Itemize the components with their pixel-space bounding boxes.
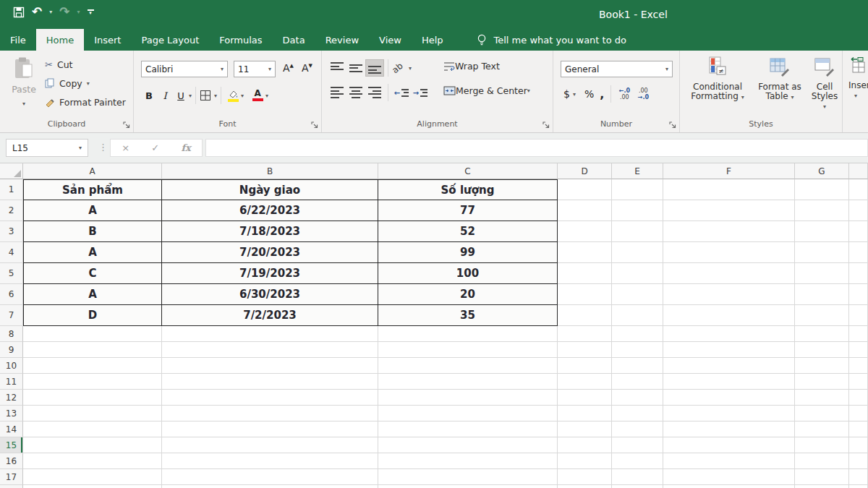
cell-F9[interactable] [663, 342, 795, 358]
decrease-decimal-icon[interactable]: .00→.0 [634, 87, 652, 100]
cell-E1[interactable] [612, 179, 663, 200]
cell-F15[interactable] [663, 437, 795, 453]
accounting-chevron-icon[interactable]: ▾ [573, 91, 576, 98]
enter-icon[interactable]: ✓ [151, 142, 159, 153]
borders-icon[interactable] [200, 90, 211, 101]
row-header-15[interactable]: 15 [0, 437, 23, 453]
number-format-combobox[interactable]: General ▾ [561, 61, 673, 77]
cell-D9[interactable] [558, 342, 612, 358]
cell-D14[interactable] [558, 421, 612, 437]
cell-D3[interactable] [558, 221, 612, 242]
cell-C14[interactable] [378, 421, 558, 437]
cell-D16[interactable] [558, 453, 612, 469]
cell-C8[interactable] [378, 326, 558, 342]
row-header-3[interactable]: 3 [0, 221, 23, 242]
cell-C7[interactable]: 35 [378, 305, 558, 326]
alignment-dialog-launcher-icon[interactable] [542, 121, 550, 129]
column-header-D[interactable]: D [558, 163, 612, 179]
cell-A15[interactable] [23, 437, 162, 453]
cell-F2[interactable] [663, 200, 795, 221]
comma-style-icon[interactable]: , [597, 87, 607, 101]
cell-D4[interactable] [558, 242, 612, 263]
tab-file[interactable]: File [0, 29, 36, 51]
cell-C3[interactable]: 52 [378, 221, 558, 242]
undo-chevron-icon[interactable]: ▾ [49, 9, 52, 15]
cell-B17[interactable] [162, 469, 378, 485]
cell-D8[interactable] [558, 326, 612, 342]
column-header-F[interactable]: F [663, 163, 795, 179]
accounting-format-icon[interactable]: $ [561, 88, 573, 100]
cell-E2[interactable] [612, 200, 663, 221]
cell-A10[interactable] [23, 358, 162, 374]
cell-D2[interactable] [558, 200, 612, 221]
cell-B12[interactable] [162, 390, 378, 406]
cell-G4[interactable] [795, 242, 849, 263]
formula-bar-handle-icon[interactable]: ⋮ [98, 142, 108, 153]
cell-B7[interactable]: 7/2/2023 [162, 305, 378, 326]
decrease-indent-icon[interactable]: ← [392, 84, 411, 101]
cell-E15[interactable] [612, 437, 663, 453]
decrease-font-size-icon[interactable]: A▼ [302, 62, 312, 74]
cell-A5[interactable]: C [23, 263, 162, 284]
cell-A8[interactable] [23, 326, 162, 342]
cell-A4[interactable]: A [23, 242, 162, 263]
cell-C1[interactable]: Số lượng [378, 179, 558, 200]
conditional-formatting-button[interactable]: ≠ Conditional Formatting ▾ [683, 56, 752, 102]
cell-F12[interactable] [663, 390, 795, 406]
cell-B9[interactable] [162, 342, 378, 358]
cell-B18[interactable] [162, 485, 378, 488]
cell-H4[interactable] [849, 242, 868, 263]
row-header-10[interactable]: 10 [0, 358, 23, 374]
cell-E14[interactable] [612, 421, 663, 437]
cell-B11[interactable] [162, 374, 378, 390]
cell-H14[interactable] [849, 421, 868, 437]
name-box-chevron-icon[interactable]: ▾ [79, 145, 82, 151]
cell-A7[interactable]: D [23, 305, 162, 326]
cell-F17[interactable] [663, 469, 795, 485]
bold-button[interactable]: B [141, 90, 157, 101]
cell-C6[interactable]: 20 [378, 284, 558, 305]
cell-B4[interactable]: 7/20/2023 [162, 242, 378, 263]
cell-E10[interactable] [612, 358, 663, 374]
cell-H8[interactable] [849, 326, 868, 342]
cell-H1[interactable] [849, 179, 868, 200]
cell-A6[interactable]: A [23, 284, 162, 305]
cancel-icon[interactable]: × [122, 142, 129, 153]
bottom-align-button[interactable] [365, 59, 384, 77]
tab-help[interactable]: Help [412, 29, 454, 51]
cell-H18[interactable] [849, 485, 868, 488]
cell-A2[interactable]: A [23, 200, 162, 221]
cell-B3[interactable]: 7/18/2023 [162, 221, 378, 242]
cell-G15[interactable] [795, 437, 849, 453]
fill-color-button[interactable] [225, 90, 241, 102]
cell-A11[interactable] [23, 374, 162, 390]
row-header-6[interactable]: 6 [0, 284, 23, 305]
cell-A1[interactable]: Sản phẩm [23, 179, 162, 200]
cell-C9[interactable] [378, 342, 558, 358]
cell-F1[interactable] [663, 179, 795, 200]
cell-E9[interactable] [612, 342, 663, 358]
copy-button[interactable]: Copy ▾ [45, 78, 90, 89]
cell-G2[interactable] [795, 200, 849, 221]
cell-D12[interactable] [558, 390, 612, 406]
column-header-G[interactable]: G [795, 163, 849, 179]
cell-E12[interactable] [612, 390, 663, 406]
cell-D7[interactable] [558, 305, 612, 326]
tab-home[interactable]: Home [36, 29, 84, 51]
cell-D15[interactable] [558, 437, 612, 453]
row-header-11[interactable]: 11 [0, 374, 23, 390]
cell-F13[interactable] [663, 406, 795, 421]
cell-A12[interactable] [23, 390, 162, 406]
cell-D5[interactable] [558, 263, 612, 284]
cell-D13[interactable] [558, 406, 612, 421]
insert-function-icon[interactable]: fx [182, 142, 191, 153]
row-header-7[interactable]: 7 [0, 305, 23, 326]
cell-H13[interactable] [849, 406, 868, 421]
cell-G7[interactable] [795, 305, 849, 326]
font-size-combobox[interactable]: 11 ▾ [234, 61, 276, 77]
italic-button[interactable]: I [157, 90, 173, 101]
cell-D11[interactable] [558, 374, 612, 390]
underline-button[interactable]: U [173, 90, 189, 101]
font-dialog-launcher-icon[interactable] [311, 121, 318, 129]
insert-cells-button[interactable]: Insert▾ [848, 56, 868, 100]
